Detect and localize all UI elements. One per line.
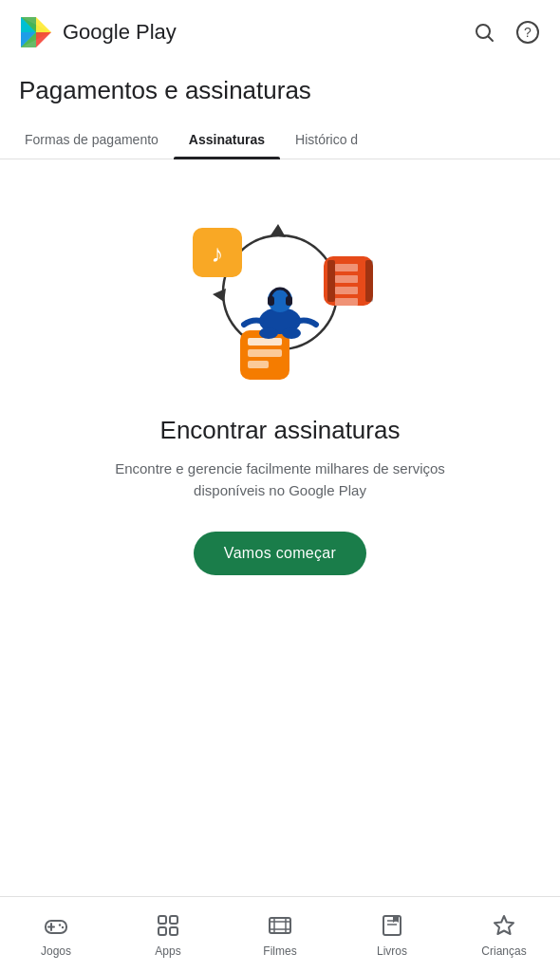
page-title: Pagamentos e assinaturas: [19, 76, 541, 105]
main-content: ♪: [0, 159, 560, 604]
star-icon: [491, 912, 517, 939]
nav-label-games: Jogos: [41, 944, 71, 958]
svg-rect-41: [159, 927, 166, 935]
svg-rect-31: [286, 296, 292, 306]
nav-item-games[interactable]: Jogos: [0, 912, 112, 958]
svg-marker-14: [213, 289, 226, 302]
apps-icon: [155, 912, 181, 939]
nav-label-kids: Crianças: [481, 944, 526, 958]
tab-subscriptions[interactable]: Assinaturas: [174, 121, 280, 159]
svg-rect-26: [248, 349, 282, 357]
help-icon[interactable]: ?: [514, 19, 541, 46]
nav-item-movies[interactable]: Filmes: [224, 912, 336, 958]
subscription-title: Encontrar assinaturas: [160, 416, 401, 445]
svg-rect-19: [365, 260, 373, 302]
header: Google Play ?: [0, 0, 560, 59]
svg-rect-42: [170, 927, 177, 935]
get-started-button[interactable]: Vamos começar: [194, 532, 366, 575]
svg-marker-3: [36, 17, 51, 32]
svg-line-8: [489, 37, 494, 42]
header-actions: ?: [471, 19, 541, 46]
gamepad-icon: [43, 912, 69, 939]
book-icon: [379, 912, 405, 939]
svg-point-33: [282, 327, 301, 339]
subscription-illustration: ♪: [176, 197, 384, 387]
bottom-navigation: Jogos Apps Filmes: [0, 896, 560, 972]
nav-label-books: Livros: [377, 944, 407, 958]
svg-rect-39: [159, 916, 166, 924]
page-title-section: Pagamentos e assinaturas: [0, 59, 560, 115]
svg-text:♪: ♪: [212, 239, 224, 268]
svg-rect-20: [335, 264, 358, 271]
svg-rect-25: [248, 338, 282, 346]
app-name: Google Play: [63, 20, 177, 45]
google-play-logo: [19, 15, 53, 49]
tab-payment[interactable]: Formas de pagamento: [9, 121, 174, 159]
nav-item-kids[interactable]: Crianças: [448, 912, 560, 958]
svg-text:?: ?: [524, 25, 532, 40]
tab-history[interactable]: Histórico d: [280, 121, 373, 159]
nav-label-movies: Filmes: [263, 944, 296, 958]
svg-rect-27: [248, 361, 269, 368]
tabs-container: Formas de pagamento Assinaturas Históric…: [0, 121, 560, 159]
svg-point-32: [259, 327, 278, 339]
svg-point-38: [62, 925, 64, 927]
svg-rect-30: [268, 296, 274, 306]
svg-rect-21: [335, 275, 358, 283]
logo-area: Google Play: [19, 15, 177, 49]
svg-rect-18: [327, 260, 335, 302]
subscription-description: Encontre e gerencie facilmente milhares …: [109, 458, 451, 501]
svg-rect-22: [335, 287, 358, 294]
nav-label-apps: Apps: [155, 944, 180, 958]
svg-marker-4: [36, 32, 51, 47]
svg-marker-51: [495, 916, 513, 934]
film-icon: [267, 912, 293, 939]
svg-rect-40: [170, 916, 177, 924]
search-icon[interactable]: [471, 19, 497, 46]
svg-rect-43: [270, 918, 290, 933]
svg-point-37: [59, 924, 61, 925]
nav-item-apps[interactable]: Apps: [112, 912, 224, 958]
nav-item-books[interactable]: Livros: [336, 912, 448, 958]
svg-rect-23: [335, 298, 358, 306]
